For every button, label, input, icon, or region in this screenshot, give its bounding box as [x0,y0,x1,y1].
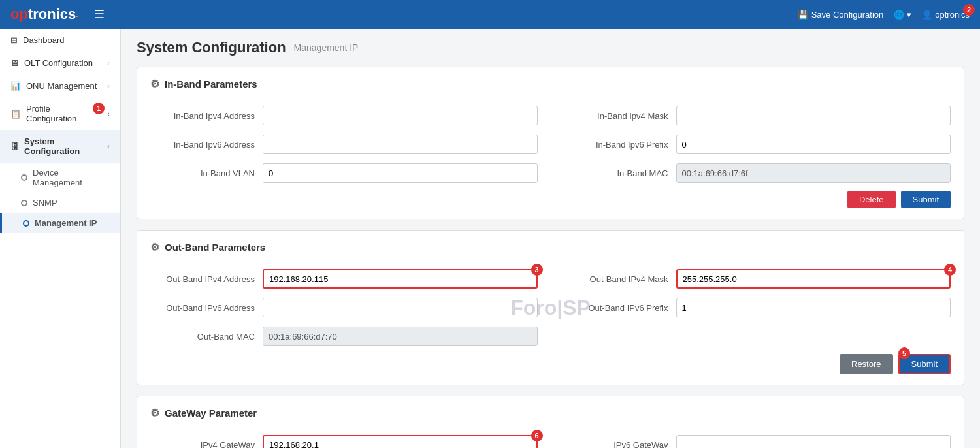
inband-mac-row: In-Band MAC [564,163,951,183]
sidebar-label-olt: OLT Configuration [24,58,93,68]
save-label: Save Configuration [811,10,884,20]
outband-ipv6-address-row: Out-Band IPv6 Address [150,298,538,317]
logo: optronics. [10,6,78,23]
main-layout: ⊞ Dashboard 🖥 OLT Configuration ‹ 📊 ONU … [0,29,980,448]
onu-icon: 📊 [10,81,21,91]
sidebar-sub-snmp[interactable]: SNMP 2 [0,193,120,213]
sidebar-item-olt-config[interactable]: 🖥 OLT Configuration ‹ [0,52,120,74]
sidebar-item-profile-config[interactable]: 📋 Profile Configuration ‹ 1 [0,97,120,130]
gateway-ipv4-label: IPv4 GateWay [150,440,255,449]
sidebar-sub-management-ip[interactable]: Management IP [0,213,120,233]
circle-icon-snmp [21,200,27,206]
inband-ipv6-address-input[interactable] [263,135,538,154]
sub-label-snmp: SNMP [33,198,57,208]
outband-restore-button[interactable]: Restore [840,354,893,374]
sidebar-label-onu: ONU Management [26,81,97,91]
inband-vlan-label: In-Band VLAN [150,168,255,178]
gateway-ipv6-label: IPv6 GateWay [564,440,668,449]
language-selector[interactable]: 🌐 ▾ [894,10,911,20]
dashboard-icon: ⊞ [10,35,18,45]
sub-label-device: Device Management [33,168,110,187]
gateway-section: ⚙ GateWay Parameter IPv4 GateWay 6 IPv6 … [137,396,964,448]
outband-ipv4-mask-label: Out-Band IPv4 Mask [564,274,668,284]
user-menu[interactable]: 👤 optronics [922,10,970,20]
circle-icon-mgmt-ip [23,220,29,227]
system-icon: 🗄 [10,142,19,152]
sidebar-item-onu-mgmt[interactable]: 📊 ONU Management ‹ [0,74,120,97]
outband-ipv6-prefix-label: Out-Band IPv6 Prefix [564,303,668,313]
outband-mac-input [263,327,538,346]
outband-ipv4-address-input[interactable] [263,269,538,289]
topnav-right: 💾 Save Configuration 🌐 ▾ 👤 optronics [798,10,970,20]
circle-icon-device [21,174,27,181]
sub-label-mgmt-ip: Management IP [35,218,97,228]
globe-icon: 🌐 [894,10,904,20]
outband-ipv6-address-label: Out-Band IPv6 Address [150,303,255,313]
chevron-icon: ‹ [107,59,110,67]
olt-icon: 🖥 [10,58,19,68]
outband-ipv4-mask-input[interactable] [676,269,951,289]
sidebar-label-profile: Profile Configuration [26,104,102,123]
page-title: System Configuration [137,39,286,56]
inband-vlan-input[interactable] [263,163,538,183]
inband-ipv6-prefix-label: In-Band Ipv6 Prefix [564,140,668,150]
save-icon: 💾 [798,10,808,20]
inband-icon: ⚙ [150,78,159,90]
gateway-ipv6-row: IPv6 GateWay [564,435,951,448]
hamburger-icon[interactable]: ☰ [89,5,110,24]
sidebar: ⊞ Dashboard 🖥 OLT Configuration ‹ 📊 ONU … [0,29,121,448]
gateway-ipv4-input[interactable] [263,435,538,448]
chevron-icon-profile: ‹ [107,110,110,118]
inband-ipv6-address-label: In-Band Ipv6 Address [150,140,255,150]
outband-section-header: ⚙ Out-Band Parameters [150,241,951,259]
chevron-icon-onu: ‹ [107,82,110,90]
inband-ipv4-address-label: In-Band Ipv4 Address [150,111,255,121]
outband-ipv6-address-input[interactable] [263,298,538,317]
badge-4: 4 [944,264,956,276]
profile-icon: 📋 [10,109,21,119]
inband-section-header: ⚙ In-Band Parameters [150,78,951,95]
inband-ipv4-mask-label: In-Band Ipv4 Mask [564,111,668,121]
gateway-ipv4-row: IPv4 GateWay 6 [150,435,538,448]
inband-mac-label: In-Band MAC [564,168,668,178]
gateway-icon: ⚙ [150,407,159,419]
sidebar-item-dashboard[interactable]: ⊞ Dashboard [0,29,120,52]
logo-white: tronics [28,6,76,23]
gateway-title: GateWay Parameter [165,408,257,419]
outband-mac-row: Out-Band MAC [150,327,538,346]
inband-submit-button[interactable]: Submit [901,191,951,208]
page-subtitle: Management IP [294,42,359,53]
sidebar-label-dashboard: Dashboard [23,35,65,45]
badge-5: 5 [898,347,910,359]
logo-red: op [10,6,28,23]
sidebar-item-system-config[interactable]: 🗄 System Configuration ‹ [0,130,120,163]
gateway-ipv6-input[interactable] [676,435,951,448]
outband-ipv6-prefix-row: Out-Band IPv6 Prefix [564,298,951,317]
sidebar-label-system: System Configuration [24,136,102,156]
outband-form: Out-Band IPv4 Address 3 Out-Band IPv4 Ma… [150,269,951,346]
outband-section: Foro|SP ⚙ Out-Band Parameters Out-Band I… [137,230,964,385]
badge-3: 3 [531,264,543,276]
inband-title: In-Band Parameters [165,78,257,89]
inband-ipv4-address-input[interactable] [263,106,538,125]
outband-button-row: 5 Restore Submit [150,354,951,374]
gateway-section-header: ⚙ GateWay Parameter [150,407,951,424]
inband-ipv4-address-row: In-Band Ipv4 Address [150,106,538,125]
inband-section: ⚙ In-Band Parameters In-Band Ipv4 Addres… [137,67,964,219]
badge-6: 6 [531,430,543,441]
user-icon: 👤 [922,10,932,20]
logo-dot: . [76,10,78,19]
page-header: System Configuration Management IP [137,39,964,56]
sidebar-sub-device-mgmt[interactable]: Device Management [0,163,120,193]
main-content: System Configuration Management IP ⚙ In-… [121,29,980,448]
save-configuration-button[interactable]: 💾 Save Configuration [798,10,884,20]
inband-mac-input [676,163,951,183]
inband-delete-button[interactable]: Delete [847,191,896,208]
badge-1: 1 [93,103,105,114]
top-navigation: optronics. ☰ 💾 Save Configuration 🌐 ▾ 👤 … [0,0,980,29]
inband-ipv6-prefix-row: In-Band Ipv6 Prefix [564,135,951,154]
inband-ipv4-mask-input[interactable] [676,106,951,125]
inband-ipv6-prefix-input[interactable] [676,135,951,154]
outband-ipv6-prefix-input[interactable] [676,298,951,317]
outband-ipv4-mask-row: Out-Band IPv4 Mask 4 [564,269,951,289]
